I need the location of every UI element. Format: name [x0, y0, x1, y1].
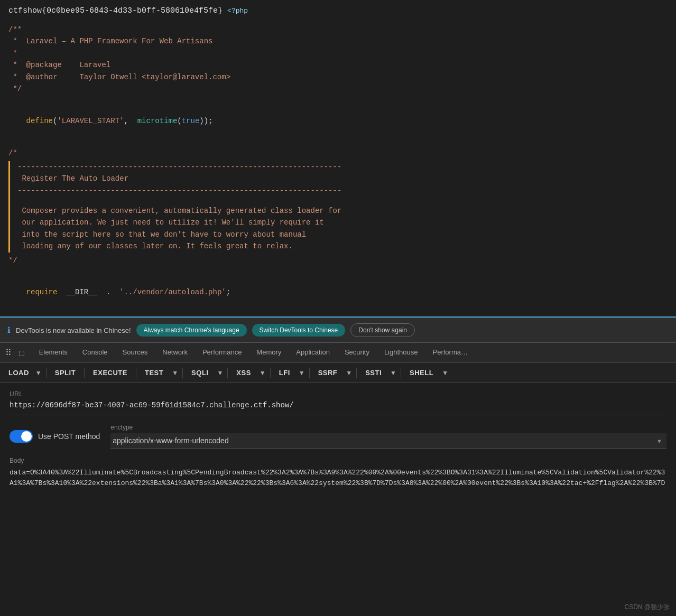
sep-9 [401, 368, 401, 378]
load-dropdown[interactable]: ▼ [34, 367, 43, 379]
sep-2 [84, 368, 85, 378]
url-value: https://0696df87-be37-4007-ac69-59f61d15… [10, 401, 666, 415]
composer-desc-2: our application. We just need to utilize… [17, 217, 668, 228]
comment2-end: */ [8, 255, 668, 266]
toggle-wrap: Use POST method [10, 430, 100, 443]
separator-1: ----------------------------------------… [17, 161, 668, 173]
grid-icon[interactable]: ⠿ [3, 346, 14, 360]
lfi-btn[interactable]: LFI [274, 366, 295, 379]
tab-memory[interactable]: Memory [249, 344, 289, 361]
ssrf-dropdown[interactable]: ▼ [345, 367, 353, 379]
lfi-dropdown[interactable]: ▼ [298, 367, 306, 379]
sqli-dropdown[interactable]: ▼ [216, 367, 224, 379]
split-btn[interactable]: SPLIT [50, 366, 81, 379]
code-comment-1: /** [8, 24, 668, 35]
test-dropdown[interactable]: ▼ [171, 367, 179, 379]
tab-performa[interactable]: Performa… [425, 344, 475, 361]
ssti-dropdown[interactable]: ▼ [389, 367, 397, 379]
comment2: /* [8, 147, 668, 159]
code-comment-6: */ [8, 83, 668, 95]
border-block: ----------------------------------------… [8, 161, 668, 253]
sep-6 [270, 368, 271, 378]
sep-3 [136, 368, 136, 378]
tab-elements[interactable]: Elements [32, 344, 75, 361]
sep-8 [356, 368, 357, 378]
tab-performance[interactable]: Performance [195, 344, 249, 361]
notice-text: DevTools is now available in Chinese! [16, 326, 131, 334]
enctype-select[interactable]: application/x-www-form-urlencoded multip… [110, 433, 666, 449]
xss-dropdown[interactable]: ▼ [258, 367, 267, 379]
body-label: Body [10, 457, 666, 464]
dont-show-btn[interactable]: Don't show again [350, 323, 415, 337]
sep-1 [46, 368, 47, 378]
tab-security[interactable]: Security [337, 344, 377, 361]
shell-btn[interactable]: SHELL [404, 366, 439, 379]
code-comment-5: * @author Taylor Otwell <taylor@laravel.… [8, 71, 668, 83]
tab-sources[interactable]: Sources [115, 344, 155, 361]
tab-network[interactable]: Network [155, 344, 195, 361]
tab-application[interactable]: Application [289, 344, 337, 361]
hackbar: LOAD ▼ SPLIT EXECUTE TEST ▼ SQLI ▼ XSS ▼… [0, 363, 676, 383]
flag-text: ctfshow{0c0bee95-6843-4d33-b0ff-580610e4… [8, 6, 223, 15]
test-btn[interactable]: TEST [140, 366, 169, 379]
main-panel: URL https://0696df87-be37-4007-ac69-59f6… [0, 383, 676, 496]
composer-desc-1: Composer provides a convenient, automati… [17, 205, 668, 217]
post-row: Use POST method enctype application/x-ww… [10, 424, 666, 449]
body-value: data=O%3A40%3A%22Illuminate%5CBroadcasti… [10, 468, 666, 489]
sep-4 [182, 368, 183, 378]
post-toggle[interactable] [10, 430, 33, 443]
cursor-icon[interactable]: ⬚ [17, 346, 26, 360]
ssti-btn[interactable]: SSTI [360, 366, 387, 379]
sqli-btn[interactable]: SQLI [186, 366, 214, 379]
define-line: define('LARAVEL_START', microtime(true))… [8, 103, 668, 138]
require-line: require __DIR__ . '../vendor/autoload.ph… [8, 275, 668, 310]
post-label: Use POST method [38, 432, 100, 441]
code-title: ctfshow{0c0bee95-6843-4d33-b0ff-580610e4… [8, 6, 668, 15]
url-label: URL [10, 390, 666, 398]
composer-desc-3: into the script here so that we don't ha… [17, 229, 668, 240]
register-loader: Register The Auto Loader [17, 173, 668, 184]
code-comment-3: * [8, 48, 668, 59]
enctype-wrap: enctype application/x-www-form-urlencode… [110, 424, 666, 449]
switch-devtools-btn[interactable]: Switch DevTools to Chinese [252, 324, 346, 337]
tab-console[interactable]: Console [75, 344, 115, 361]
load-btn[interactable]: LOAD [5, 366, 32, 379]
info-icon: ℹ [7, 325, 11, 335]
code-comment-2: * Laravel – A PHP Framework For Web Arti… [8, 35, 668, 47]
code-comment-4: * @package Laravel [8, 59, 668, 71]
php-tag: <?php [227, 7, 248, 15]
sep-7 [309, 368, 310, 378]
composer-desc-4: loading any of our classes later on. It … [17, 240, 668, 252]
separator-2: ----------------------------------------… [17, 185, 668, 197]
devtools-notice: ℹ DevTools is now available in Chinese! … [0, 318, 676, 343]
devtools-tabs: ⠿ ⬚ Elements Console Sources Network Per… [0, 343, 676, 363]
sep-5 [227, 368, 228, 378]
ssrf-btn[interactable]: SSRF [313, 366, 343, 379]
execute-btn[interactable]: EXECUTE [88, 366, 133, 379]
xss-btn[interactable]: XSS [231, 366, 256, 379]
enctype-select-wrapper: application/x-www-form-urlencoded multip… [110, 433, 666, 449]
shell-dropdown[interactable]: ▼ [441, 367, 449, 379]
enctype-label: enctype [110, 424, 666, 431]
tab-lighthouse[interactable]: Lighthouse [377, 344, 425, 361]
always-match-btn[interactable]: Always match Chrome's language [136, 324, 247, 337]
code-area: ctfshow{0c0bee95-6843-4d33-b0ff-580610e4… [0, 0, 676, 318]
